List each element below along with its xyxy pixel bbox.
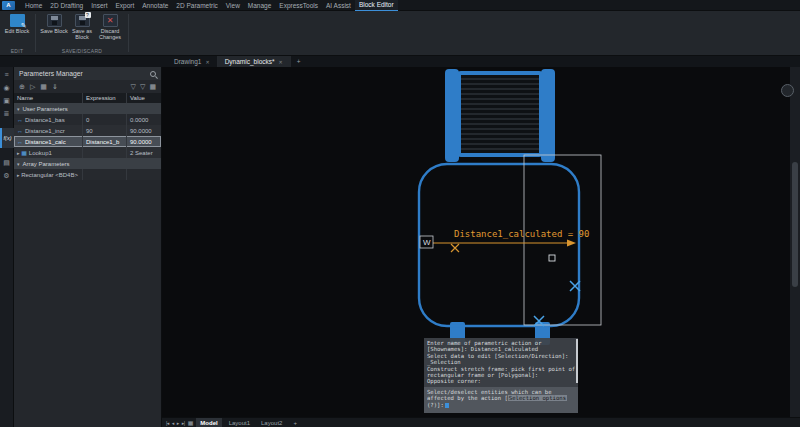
close-icon[interactable]: ✕ — [279, 59, 283, 65]
dimension-label[interactable]: Distance1_calculated = 90 — [454, 229, 589, 239]
stretch-frame-rectangle[interactable] — [524, 155, 601, 325]
menu-item-home[interactable]: Home — [21, 0, 46, 11]
menu-item-insert[interactable]: Insert — [87, 0, 111, 11]
menu-item-2d-parametric[interactable]: 2D Parametric — [172, 0, 222, 11]
command-window[interactable]: Enter name of parametric action or [Show… — [424, 338, 578, 413]
param-row-distance1-calc-selected[interactable]: ↔Distance1_calc Distance1_b 90.0000 — [14, 136, 161, 147]
menu-item-manage[interactable]: Manage — [244, 0, 276, 11]
save-as-block-button[interactable]: ? Save as Block — [68, 14, 96, 41]
grip-square[interactable] — [549, 255, 555, 261]
column-header-expression[interactable]: Expression — [82, 93, 126, 103]
param-row-distance1-bas[interactable]: ↔Distance1_bas 0 0.0000 — [14, 114, 161, 125]
layout-tab-model[interactable]: Model — [196, 418, 221, 427]
sofa-seat-outline[interactable] — [419, 164, 579, 326]
blocks-icon[interactable]: ▣ — [3, 97, 10, 104]
app-logo-icon[interactable]: A — [2, 1, 15, 10]
menu-item-ai-assist[interactable]: AI Assist — [322, 0, 355, 11]
menu-item-export[interactable]: Export — [111, 0, 138, 11]
lookup-table-icon: ▦ — [21, 149, 27, 156]
close-icon[interactable]: ✕ — [205, 59, 209, 65]
columns-icon[interactable]: ▦ — [149, 83, 156, 90]
document-tabbar: Drawing1 ✕ Dynamic_blocks* ✕ + — [0, 56, 800, 67]
menu-item-block-editor[interactable]: Block Editor — [355, 0, 398, 11]
param-expression[interactable]: 90 — [82, 125, 126, 136]
table-icon[interactable]: ▦ — [40, 83, 47, 90]
doc-tab-dynamic-blocks[interactable]: Dynamic_blocks* ✕ — [218, 56, 291, 67]
doc-tab-label: Drawing1 — [174, 58, 201, 65]
last-tab-icon[interactable]: ▸| — [182, 420, 185, 426]
param-expression[interactable]: Distance1_b — [82, 136, 126, 147]
scrollbar-thumb[interactable] — [792, 162, 798, 287]
layout-list-icon[interactable]: ▦ — [188, 419, 194, 426]
menu-icon[interactable]: ≡ — [4, 71, 8, 78]
chevron-right-icon[interactable]: ▸ — [17, 150, 20, 156]
ribbon-separator — [128, 14, 129, 52]
param-value: 90.0000 — [126, 136, 161, 147]
new-doc-tab-button[interactable]: + — [291, 56, 307, 67]
param-row-lookup1[interactable]: ▸ ▦Lookup1 2 Seater — [14, 147, 161, 158]
param-value[interactable]: 2 Seater — [126, 147, 161, 158]
param-expression[interactable]: 0 — [82, 114, 126, 125]
vertical-scrollbar[interactable] — [790, 67, 800, 417]
question-badge-icon: ? — [85, 12, 91, 18]
panel-empty-area — [14, 180, 161, 427]
layout-tab-layout1[interactable]: Layout1 — [225, 418, 254, 427]
chevron-down-icon[interactable]: ▾ — [17, 161, 20, 167]
import-icon[interactable]: ⇓ — [52, 83, 58, 90]
left-panel-strip: ≡ ◉ ▣ ≣ f(x) ▤ ⚙ — [0, 67, 14, 427]
settings-icon[interactable]: ⚙ — [3, 172, 9, 179]
parameters-manager-tab[interactable]: f(x) — [0, 128, 14, 148]
layout-tab-layout2[interactable]: Layout2 — [257, 418, 286, 427]
menu-item-expresstools[interactable]: ExpressTools — [275, 0, 322, 11]
menu-item-annotate[interactable]: Annotate — [138, 0, 172, 11]
selection-options-chip[interactable]: Selection options — [508, 395, 567, 401]
prev-tab-icon[interactable]: ◂ — [172, 420, 174, 426]
command-scrollbar[interactable] — [576, 339, 578, 383]
statusbar: |◂ ◂ ▸ ▸| ▦ Model Layout1 Layout2 + — [162, 417, 800, 427]
menu-item-2d-drafting[interactable]: 2D Drafting — [46, 0, 87, 11]
doc-tab-drawing1[interactable]: Drawing1 ✕ — [167, 56, 218, 67]
chevron-down-icon[interactable]: ▾ — [17, 106, 20, 112]
param-name: Distance1_incr — [25, 128, 65, 134]
explorer-icon[interactable]: ◉ — [3, 84, 9, 91]
command-prompt[interactable]: Select/deselect entities which can be af… — [424, 387, 578, 413]
param-row-rectangular[interactable]: ▸ Rectangular <BD4B> — [14, 169, 161, 180]
prompt-line: affected by the action [ — [427, 395, 508, 401]
param-group-array-parameters[interactable]: ▾ Array Parameters — [14, 158, 161, 169]
param-row-distance1-incr[interactable]: ↔Distance1_incr 90 90.0000 — [14, 125, 161, 136]
layers-icon[interactable]: ≣ — [4, 110, 10, 117]
save-block-icon — [47, 14, 62, 27]
parameter-base-x-marker — [451, 244, 459, 252]
discard-changes-button[interactable]: ✕ Discard Changes — [96, 14, 124, 41]
filter-icon[interactable]: ▽ — [131, 83, 136, 90]
search-icon[interactable] — [150, 71, 156, 77]
run-icon[interactable]: ▷ — [30, 83, 35, 90]
ribbon: ✎ Edit Block EDIT Save Block ? Save as B… — [0, 11, 800, 56]
menubar: A Home 2D Drafting Insert Export Annotat… — [0, 0, 800, 11]
drawing-canvas[interactable]: Distance1_calculated = 90 W Enter name o… — [162, 67, 790, 417]
menu-item-view[interactable]: View — [222, 0, 244, 11]
edit-block-button[interactable]: ✎ Edit Block — [3, 14, 31, 34]
backrest-hatch-lines — [461, 79, 539, 149]
chevron-right-icon[interactable]: ▸ — [17, 172, 20, 178]
column-header-value[interactable]: Value — [126, 93, 161, 103]
ribbon-separator — [35, 14, 36, 52]
edit-block-icon: ✎ — [10, 14, 25, 27]
next-tab-icon[interactable]: ▸ — [177, 420, 179, 426]
ribbon-group-label-save-discard: SAVE/DISCARD — [37, 48, 127, 54]
filter-clear-icon[interactable]: ▽ — [140, 83, 145, 90]
command-history: Enter name of parametric action or [Show… — [424, 338, 578, 387]
sofa-arm-right[interactable] — [541, 69, 555, 162]
first-tab-icon[interactable]: |◂ — [166, 420, 169, 426]
new-parameter-icon[interactable]: ⊕ — [19, 83, 25, 90]
param-group-user-parameters[interactable]: ▾ User Parameters — [14, 103, 161, 114]
param-expression[interactable] — [82, 147, 126, 158]
new-layout-button[interactable]: + — [289, 418, 301, 427]
save-block-button[interactable]: Save Block — [40, 14, 68, 34]
group-label: User Parameters — [23, 106, 68, 112]
sheets-icon[interactable]: ▤ — [3, 159, 10, 166]
column-header-name[interactable]: Name — [14, 93, 82, 103]
navigation-circle-icon[interactable] — [781, 84, 794, 97]
table-header: Name Expression Value — [14, 93, 161, 103]
sofa-arm-left[interactable] — [445, 69, 459, 162]
